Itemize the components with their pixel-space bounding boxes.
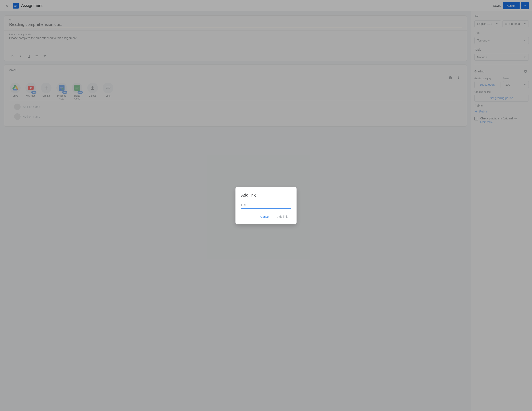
modal-actions: Cancel Add link (241, 214, 291, 220)
modal-title: Add link (241, 193, 291, 197)
modal-overlay[interactable]: Add link Cancel Add link (0, 0, 532, 411)
add-link-button[interactable]: Add link (274, 214, 291, 220)
cancel-button[interactable]: Cancel (257, 214, 273, 220)
link-input[interactable] (241, 202, 291, 209)
add-link-modal: Add link Cancel Add link (236, 187, 296, 224)
